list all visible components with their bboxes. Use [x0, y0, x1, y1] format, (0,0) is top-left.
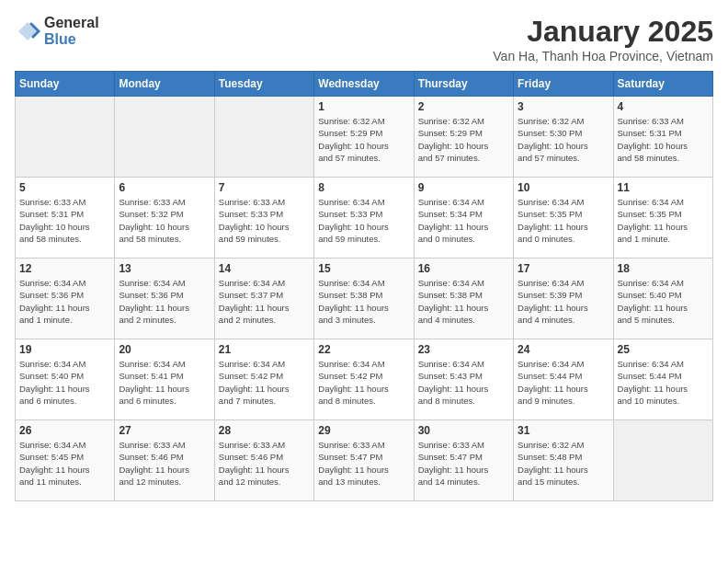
- calendar-cell: 19Sunrise: 6:34 AM Sunset: 5:40 PM Dayli…: [16, 339, 115, 420]
- calendar-cell: 12Sunrise: 6:34 AM Sunset: 5:36 PM Dayli…: [16, 259, 115, 339]
- day-number: 24: [518, 343, 609, 356]
- day-info: Sunrise: 6:34 AM Sunset: 5:36 PM Dayligh…: [19, 277, 110, 326]
- day-number: 25: [618, 343, 709, 356]
- day-info: Sunrise: 6:32 AM Sunset: 5:48 PM Dayligh…: [518, 439, 609, 488]
- day-info: Sunrise: 6:34 AM Sunset: 5:39 PM Dayligh…: [518, 277, 609, 326]
- calendar-cell: 15Sunrise: 6:34 AM Sunset: 5:38 PM Dayli…: [314, 259, 414, 339]
- month-title: January 2025: [493, 15, 713, 49]
- day-info: Sunrise: 6:33 AM Sunset: 5:32 PM Dayligh…: [119, 196, 210, 245]
- day-number: 28: [219, 424, 310, 437]
- logo-icon: [15, 18, 40, 44]
- title-area: January 2025 Van Ha, Thanh Hoa Province,…: [493, 15, 713, 63]
- day-info: Sunrise: 6:32 AM Sunset: 5:30 PM Dayligh…: [518, 115, 609, 164]
- day-number: 8: [318, 181, 409, 194]
- day-number: 29: [318, 424, 409, 437]
- calendar-cell: 3Sunrise: 6:32 AM Sunset: 5:30 PM Daylig…: [514, 97, 613, 178]
- calendar-cell: [16, 97, 115, 178]
- day-info: Sunrise: 6:34 AM Sunset: 5:45 PM Dayligh…: [19, 439, 110, 488]
- day-info: Sunrise: 6:34 AM Sunset: 5:42 PM Dayligh…: [219, 358, 310, 407]
- weekday-header: Thursday: [414, 72, 513, 97]
- day-number: 6: [119, 181, 210, 194]
- logo: General Blue: [15, 15, 99, 48]
- weekday-header: Friday: [514, 72, 613, 97]
- day-number: 30: [418, 424, 509, 437]
- day-info: Sunrise: 6:34 AM Sunset: 5:42 PM Dayligh…: [318, 358, 409, 407]
- day-number: 31: [518, 424, 609, 437]
- calendar-cell: [115, 97, 214, 178]
- calendar-cell: 24Sunrise: 6:34 AM Sunset: 5:44 PM Dayli…: [514, 339, 613, 420]
- day-info: Sunrise: 6:34 AM Sunset: 5:44 PM Dayligh…: [618, 358, 709, 407]
- day-number: 18: [618, 262, 709, 275]
- day-number: 26: [19, 424, 110, 437]
- calendar-cell: 18Sunrise: 6:34 AM Sunset: 5:40 PM Dayli…: [613, 259, 712, 339]
- calendar-cell: 16Sunrise: 6:34 AM Sunset: 5:38 PM Dayli…: [414, 259, 513, 339]
- day-info: Sunrise: 6:33 AM Sunset: 5:31 PM Dayligh…: [618, 115, 709, 164]
- calendar-cell: 29Sunrise: 6:33 AM Sunset: 5:47 PM Dayli…: [314, 420, 414, 501]
- day-info: Sunrise: 6:34 AM Sunset: 5:35 PM Dayligh…: [618, 196, 709, 245]
- day-number: 21: [219, 343, 310, 356]
- calendar-cell: 1Sunrise: 6:32 AM Sunset: 5:29 PM Daylig…: [314, 97, 414, 178]
- weekday-header: Sunday: [16, 72, 115, 97]
- calendar-cell: 7Sunrise: 6:33 AM Sunset: 5:33 PM Daylig…: [214, 178, 313, 259]
- day-info: Sunrise: 6:34 AM Sunset: 5:40 PM Dayligh…: [19, 358, 110, 407]
- day-info: Sunrise: 6:34 AM Sunset: 5:36 PM Dayligh…: [119, 277, 210, 326]
- calendar-cell: 20Sunrise: 6:34 AM Sunset: 5:41 PM Dayli…: [115, 339, 214, 420]
- day-info: Sunrise: 6:33 AM Sunset: 5:31 PM Dayligh…: [19, 196, 110, 245]
- calendar-week-row: 5Sunrise: 6:33 AM Sunset: 5:31 PM Daylig…: [16, 178, 713, 259]
- logo-general: General: [44, 15, 99, 30]
- calendar-cell: 14Sunrise: 6:34 AM Sunset: 5:37 PM Dayli…: [214, 259, 313, 339]
- calendar-cell: 31Sunrise: 6:32 AM Sunset: 5:48 PM Dayli…: [514, 420, 613, 501]
- day-number: 9: [418, 181, 509, 194]
- day-number: 11: [618, 181, 709, 194]
- weekday-header: Monday: [115, 72, 214, 97]
- calendar-cell: 13Sunrise: 6:34 AM Sunset: 5:36 PM Dayli…: [115, 259, 214, 339]
- day-info: Sunrise: 6:34 AM Sunset: 5:34 PM Dayligh…: [418, 196, 509, 245]
- day-info: Sunrise: 6:33 AM Sunset: 5:46 PM Dayligh…: [119, 439, 210, 488]
- day-info: Sunrise: 6:33 AM Sunset: 5:33 PM Dayligh…: [219, 196, 310, 245]
- calendar-cell: 25Sunrise: 6:34 AM Sunset: 5:44 PM Dayli…: [613, 339, 712, 420]
- day-info: Sunrise: 6:34 AM Sunset: 5:40 PM Dayligh…: [618, 277, 709, 326]
- day-info: Sunrise: 6:33 AM Sunset: 5:47 PM Dayligh…: [418, 439, 509, 488]
- day-number: 23: [418, 343, 509, 356]
- calendar-cell: 26Sunrise: 6:34 AM Sunset: 5:45 PM Dayli…: [16, 420, 115, 501]
- day-info: Sunrise: 6:33 AM Sunset: 5:46 PM Dayligh…: [219, 439, 310, 488]
- calendar-cell: 2Sunrise: 6:32 AM Sunset: 5:29 PM Daylig…: [414, 97, 513, 178]
- calendar-cell: [613, 420, 712, 501]
- calendar-cell: 21Sunrise: 6:34 AM Sunset: 5:42 PM Dayli…: [214, 339, 313, 420]
- day-number: 20: [119, 343, 210, 356]
- calendar-cell: 8Sunrise: 6:34 AM Sunset: 5:33 PM Daylig…: [314, 178, 414, 259]
- day-info: Sunrise: 6:34 AM Sunset: 5:33 PM Dayligh…: [318, 196, 409, 245]
- calendar-cell: 22Sunrise: 6:34 AM Sunset: 5:42 PM Dayli…: [314, 339, 414, 420]
- location-subtitle: Van Ha, Thanh Hoa Province, Vietnam: [493, 49, 713, 63]
- weekday-header: Tuesday: [214, 72, 313, 97]
- day-number: 14: [219, 262, 310, 275]
- day-info: Sunrise: 6:34 AM Sunset: 5:44 PM Dayligh…: [518, 358, 609, 407]
- day-number: 22: [318, 343, 409, 356]
- day-info: Sunrise: 6:34 AM Sunset: 5:41 PM Dayligh…: [119, 358, 210, 407]
- day-number: 5: [19, 181, 110, 194]
- calendar-table: SundayMondayTuesdayWednesdayThursdayFrid…: [15, 71, 713, 501]
- weekday-header-row: SundayMondayTuesdayWednesdayThursdayFrid…: [16, 72, 713, 97]
- day-number: 16: [418, 262, 509, 275]
- calendar-cell: 6Sunrise: 6:33 AM Sunset: 5:32 PM Daylig…: [115, 178, 214, 259]
- day-info: Sunrise: 6:34 AM Sunset: 5:37 PM Dayligh…: [219, 277, 310, 326]
- day-info: Sunrise: 6:32 AM Sunset: 5:29 PM Dayligh…: [418, 115, 509, 164]
- day-number: 15: [318, 262, 409, 275]
- day-number: 17: [518, 262, 609, 275]
- day-number: 12: [19, 262, 110, 275]
- logo-blue: Blue: [44, 31, 76, 47]
- calendar-cell: 5Sunrise: 6:33 AM Sunset: 5:31 PM Daylig…: [16, 178, 115, 259]
- weekday-header: Wednesday: [314, 72, 414, 97]
- calendar-week-row: 26Sunrise: 6:34 AM Sunset: 5:45 PM Dayli…: [16, 420, 713, 501]
- calendar-cell: 4Sunrise: 6:33 AM Sunset: 5:31 PM Daylig…: [613, 97, 712, 178]
- logo-text: General Blue: [44, 15, 99, 48]
- day-number: 7: [219, 181, 310, 194]
- day-info: Sunrise: 6:34 AM Sunset: 5:35 PM Dayligh…: [518, 196, 609, 245]
- calendar-week-row: 1Sunrise: 6:32 AM Sunset: 5:29 PM Daylig…: [16, 97, 713, 178]
- calendar-cell: 28Sunrise: 6:33 AM Sunset: 5:46 PM Dayli…: [214, 420, 313, 501]
- day-info: Sunrise: 6:32 AM Sunset: 5:29 PM Dayligh…: [318, 115, 409, 164]
- calendar-cell: 10Sunrise: 6:34 AM Sunset: 5:35 PM Dayli…: [514, 178, 613, 259]
- calendar-cell: 23Sunrise: 6:34 AM Sunset: 5:43 PM Dayli…: [414, 339, 513, 420]
- day-number: 13: [119, 262, 210, 275]
- calendar-cell: 27Sunrise: 6:33 AM Sunset: 5:46 PM Dayli…: [115, 420, 214, 501]
